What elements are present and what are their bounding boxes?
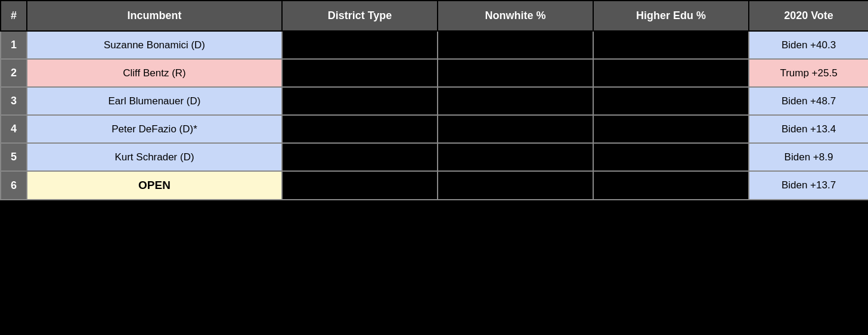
cell-nonwhite (438, 87, 593, 115)
col-header-vote: 2020 Vote (749, 1, 868, 31)
table-wrapper: # Incumbent District Type Nonwhite % Hig… (0, 0, 868, 200)
col-header-nonwhite: Nonwhite % (438, 1, 593, 31)
table-row: 1Suzanne Bonamici (D)Biden +40.3 (1, 31, 868, 59)
cell-higher-edu (593, 143, 749, 171)
cell-higher-edu (593, 87, 749, 115)
cell-higher-edu (593, 171, 749, 200)
cell-incumbent: Earl Blumenauer (D) (27, 87, 282, 115)
col-header-num: # (1, 1, 27, 31)
cell-num: 5 (1, 143, 27, 171)
cell-num: 4 (1, 115, 27, 143)
cell-num: 1 (1, 31, 27, 59)
cell-num: 3 (1, 87, 27, 115)
table-row: 2Cliff Bentz (R)Trump +25.5 (1, 59, 868, 87)
cell-higher-edu (593, 115, 749, 143)
cell-incumbent: Suzanne Bonamici (D) (27, 31, 282, 59)
cell-nonwhite (438, 31, 593, 59)
cell-vote: Biden +40.3 (749, 31, 868, 59)
cell-district-type (282, 59, 438, 87)
cell-district-type (282, 31, 438, 59)
cell-vote: Trump +25.5 (749, 59, 868, 87)
cell-vote: Biden +8.9 (749, 143, 868, 171)
cell-incumbent: Cliff Bentz (R) (27, 59, 282, 87)
cell-district-type (282, 171, 438, 200)
cell-incumbent: Kurt Schrader (D) (27, 143, 282, 171)
cell-vote: Biden +48.7 (749, 87, 868, 115)
cell-num: 6 (1, 171, 27, 200)
table-row: 4Peter DeFazio (D)*Biden +13.4 (1, 115, 868, 143)
data-table: # Incumbent District Type Nonwhite % Hig… (0, 0, 868, 200)
col-header-district-type: District Type (282, 1, 438, 31)
cell-district-type (282, 115, 438, 143)
table-row: 6OPENBiden +13.7 (1, 171, 868, 200)
cell-vote: Biden +13.7 (749, 171, 868, 200)
cell-higher-edu (593, 31, 749, 59)
table-row: 3Earl Blumenauer (D)Biden +48.7 (1, 87, 868, 115)
cell-district-type (282, 143, 438, 171)
cell-nonwhite (438, 59, 593, 87)
cell-district-type (282, 87, 438, 115)
cell-nonwhite (438, 171, 593, 200)
col-header-higher-edu: Higher Edu % (593, 1, 749, 31)
cell-incumbent: Peter DeFazio (D)* (27, 115, 282, 143)
cell-incumbent: OPEN (27, 171, 282, 200)
cell-higher-edu (593, 59, 749, 87)
col-header-incumbent: Incumbent (27, 1, 282, 31)
header-row: # Incumbent District Type Nonwhite % Hig… (1, 1, 868, 31)
cell-nonwhite (438, 143, 593, 171)
cell-num: 2 (1, 59, 27, 87)
cell-vote: Biden +13.4 (749, 115, 868, 143)
table-row: 5Kurt Schrader (D)Biden +8.9 (1, 143, 868, 171)
cell-nonwhite (438, 115, 593, 143)
